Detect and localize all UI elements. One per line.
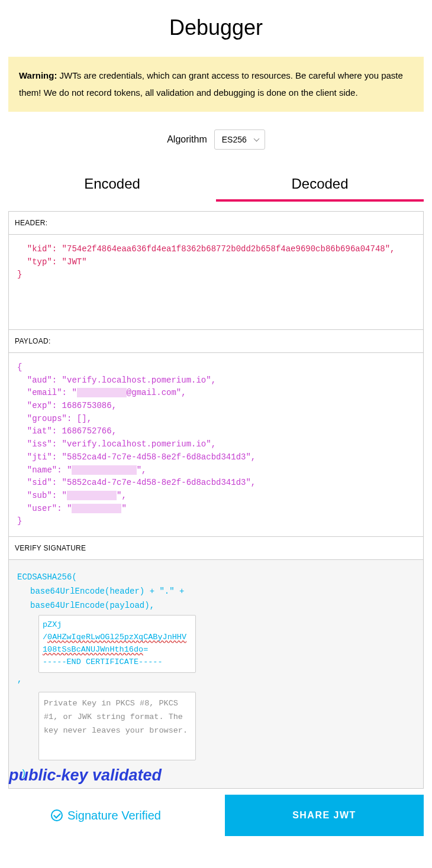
verify-signature-area: ECDSASHA256( base64UrlEncode(header) + "… (9, 560, 423, 788)
pub-red2: 108tSsBcANUJWnHth16do (43, 645, 143, 654)
page-title: Debugger (8, 15, 424, 40)
payload-mid: "exp": 1686753086, "groups": [], "iat": … (17, 401, 256, 474)
tab-decoded[interactable]: Decoded (216, 170, 424, 202)
check-circle-icon (51, 809, 63, 821)
signature-verified-status: Signature Verified (51, 809, 161, 822)
private-key-input[interactable]: Private Key in PKCS #8, PKCS #1, or JWK … (38, 692, 196, 760)
pub-end: -----END CERTIFICATE----- (43, 658, 163, 666)
header-json[interactable]: "kid": "754e2f4864eaa636fd4ea1f8362b6877… (9, 235, 423, 329)
pub-red1: 0AHZwIqeRLwOGl25pzXqCAByJnHHV (47, 633, 186, 642)
tab-encoded[interactable]: Encoded (8, 170, 216, 202)
verify-section-label: VERIFY SIGNATURE (9, 537, 423, 560)
decoded-panel: HEADER: "kid": "754e2f4864eaa636fd4ea1f8… (8, 211, 424, 789)
public-key-input[interactable]: pZXj/0AHZwIqeRLwOGl25pzXqCAByJnHHV108tSs… (38, 615, 196, 673)
warning-label: Warning: (19, 70, 57, 80)
tabs: Encoded Decoded (8, 170, 424, 202)
payload-sub-redacted: xxxxxxxxxx (67, 491, 117, 500)
header-section-label: HEADER: (9, 212, 423, 235)
pub-eq: = (143, 645, 148, 654)
payload-json[interactable]: { "aud": "verify.localhost.pomerium.io",… (9, 353, 423, 536)
signature-verified-label: Signature Verified (67, 809, 161, 822)
verify-alg: ECDSASHA256( (17, 571, 415, 585)
payload-section-label: PAYLOAD: (9, 330, 423, 353)
warning-banner: Warning: JWTs are credentials, which can… (8, 57, 424, 112)
verify-enc-payload: base64UrlEncode(payload), (30, 599, 415, 613)
trailing-comma: , (17, 675, 22, 684)
pub-plain1: pZXj (43, 620, 62, 629)
verify-enc-header: base64UrlEncode(header) + "." + (30, 585, 415, 599)
share-jwt-button[interactable]: SHARE JWT (225, 795, 424, 836)
payload-user-redacted: xxxxxxxxxx (72, 504, 121, 513)
payload-email-redacted: xxxxxxxxxx (77, 388, 127, 397)
algorithm-select[interactable]: ES256 (214, 129, 265, 150)
algorithm-label: Algorithm (167, 134, 207, 145)
payload-name-redacted: xxxx xxxxxxxx (72, 465, 136, 475)
annotation-public-key-validated: public-key validated (9, 762, 162, 789)
warning-text: JWTs are credentials, which can grant ac… (19, 70, 403, 98)
payload-email-tail: @gmail.com", (127, 388, 186, 397)
pub-slash: / (43, 633, 47, 642)
algorithm-value: ES256 (222, 135, 247, 144)
